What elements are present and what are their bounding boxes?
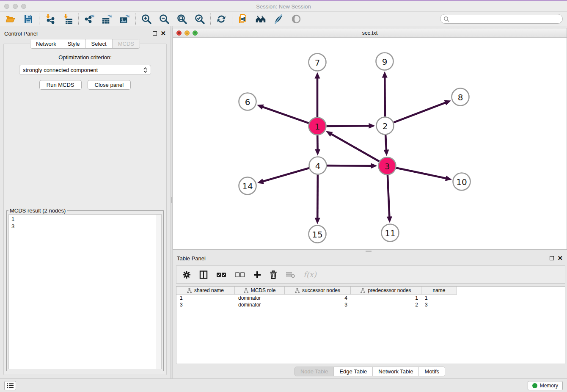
refresh-layout-icon[interactable] (216, 14, 227, 25)
table-cell[interactable]: dominator (235, 295, 285, 301)
zoom-out-icon[interactable] (159, 14, 170, 25)
first-neighbors-icon[interactable] (255, 14, 266, 25)
tab-mcds[interactable]: MCDS (113, 39, 140, 48)
memory-button[interactable]: Memory (528, 381, 563, 390)
close-panel-button[interactable]: Close panel (88, 80, 131, 90)
column-header-predecessor-nodes[interactable]: predecessor nodes (351, 287, 421, 295)
status-bar: Memory (0, 378, 567, 392)
edge-2-9[interactable] (385, 77, 385, 116)
mcds-result-list[interactable]: 13 (9, 215, 156, 369)
network-canvas[interactable]: 7968124314101511 (173, 38, 567, 249)
import-table-icon[interactable] (62, 14, 73, 25)
horizontal-splitter[interactable] (173, 250, 567, 253)
vertical-splitter[interactable] (170, 26, 173, 378)
table-cell[interactable]: 1 (421, 295, 457, 301)
export-network-icon[interactable] (84, 14, 95, 25)
edge-2-3[interactable] (385, 135, 386, 150)
table-row[interactable]: 1dominator411 (176, 295, 565, 301)
table-row[interactable]: 3dominator323 (176, 301, 565, 308)
table-options-gear-icon[interactable] (182, 271, 191, 279)
tab-network[interactable]: Network (30, 39, 62, 48)
network-minimize-icon[interactable]: − (184, 30, 190, 36)
search-input[interactable] (440, 14, 563, 24)
edge-3-11[interactable] (388, 175, 389, 217)
deselect-all-columns-icon[interactable] (235, 272, 245, 278)
tab-style[interactable]: Style (62, 39, 86, 48)
table-cell[interactable]: 4 (285, 295, 351, 301)
tab-node-table[interactable]: Node Table (295, 367, 334, 376)
column-tree-icon (295, 288, 300, 293)
edge-1-6[interactable] (262, 107, 308, 123)
table-cell[interactable]: 3 (285, 302, 351, 308)
tab-motifs[interactable]: Motifs (419, 367, 445, 376)
edge-arrowhead (445, 176, 452, 181)
column-header-mcds-role[interactable]: MCDS role (235, 287, 285, 295)
table-cell[interactable]: 1 (351, 295, 421, 301)
task-history-button[interactable] (4, 381, 16, 390)
edge-4-14[interactable] (262, 168, 309, 182)
float-panel-icon[interactable] (153, 31, 157, 36)
control-panel-title: Control Panel (4, 30, 38, 37)
export-image-icon[interactable] (119, 14, 130, 25)
mcds-result-title: MCDS result (2 nodes) (8, 207, 67, 214)
column-tree-icon (244, 288, 248, 293)
column-header-successor-nodes[interactable]: successor nodes (285, 287, 351, 295)
duplicate-network-icon[interactable] (237, 14, 248, 25)
column-header-name[interactable]: name (421, 287, 457, 295)
float-table-panel-icon[interactable] (550, 256, 554, 260)
close-panel-icon[interactable]: ✕ (160, 31, 166, 36)
table-cell[interactable]: 3 (421, 302, 457, 308)
graph-node-label: 4 (315, 161, 321, 171)
mcds-result-scrollbar[interactable] (156, 215, 161, 369)
table-cell[interactable]: dominator (235, 302, 285, 308)
table-panel: Table Panel ✕ (173, 253, 567, 378)
edge-3-10[interactable] (396, 168, 446, 178)
mcds-result-item[interactable]: 3 (11, 223, 153, 230)
network-window-titlebar[interactable]: × − + scc.txt (173, 28, 567, 38)
import-network-icon[interactable] (44, 14, 55, 25)
table-cell[interactable]: 1 (176, 295, 235, 301)
save-session-icon[interactable] (23, 14, 34, 25)
edge-1-2[interactable] (326, 126, 369, 126)
style-paint-icon[interactable] (273, 14, 284, 25)
zoom-selected-icon[interactable] (194, 14, 205, 25)
open-session-icon[interactable] (5, 14, 16, 25)
mcds-tab-content: Optimization criterion: strongly connect… (3, 44, 167, 375)
table-cell[interactable]: 3 (176, 302, 235, 308)
export-table-icon[interactable] (102, 14, 113, 25)
edge-3-1[interactable] (331, 134, 380, 161)
node-table[interactable]: shared nameMCDS rolesuccessor nodesprede… (176, 286, 565, 364)
edge-4-3[interactable] (327, 166, 372, 166)
memory-label: Memory (540, 383, 558, 389)
network-maximize-icon[interactable]: + (193, 30, 198, 36)
column-header-shared-name[interactable]: shared name (176, 287, 235, 295)
edge-4-15[interactable] (317, 174, 318, 218)
create-column-plus-icon[interactable] (253, 271, 261, 279)
edge-arrowhead (371, 163, 377, 168)
application-window: Session: New Session (0, 0, 567, 392)
mcds-result-item[interactable]: 1 (11, 215, 153, 223)
network-close-icon[interactable]: × (176, 30, 182, 36)
graph-node-label: 14 (242, 181, 253, 191)
close-table-panel-icon[interactable]: ✕ (557, 256, 563, 260)
run-mcds-button[interactable]: Run MCDS (39, 80, 82, 90)
graph-node-label: 6 (245, 97, 250, 107)
tab-edge-table[interactable]: Edge Table (334, 367, 373, 376)
table-tabs: Node TableEdge TableNetwork TableMotifs (173, 364, 567, 378)
graph-node-label: 10 (456, 177, 467, 187)
table-cell[interactable]: 2 (351, 302, 421, 308)
zoom-in-icon[interactable] (141, 14, 152, 25)
show-column-icon[interactable] (199, 271, 208, 279)
edge-2-8[interactable] (394, 102, 446, 122)
optimization-criterion-select[interactable]: strongly connected component (19, 65, 151, 75)
tab-select[interactable]: Select (86, 39, 113, 48)
column-header-label: name (432, 287, 445, 293)
control-panel-header: Control Panel ✕ (0, 28, 170, 39)
tab-network-table[interactable]: Network Table (373, 367, 419, 376)
zoom-fit-icon[interactable] (176, 14, 187, 25)
column-tree-icon (187, 288, 192, 293)
edge-arrowhead (257, 105, 264, 110)
search-container (440, 14, 563, 24)
select-all-columns-icon[interactable] (216, 272, 226, 278)
delete-column-trash-icon[interactable] (270, 271, 277, 279)
